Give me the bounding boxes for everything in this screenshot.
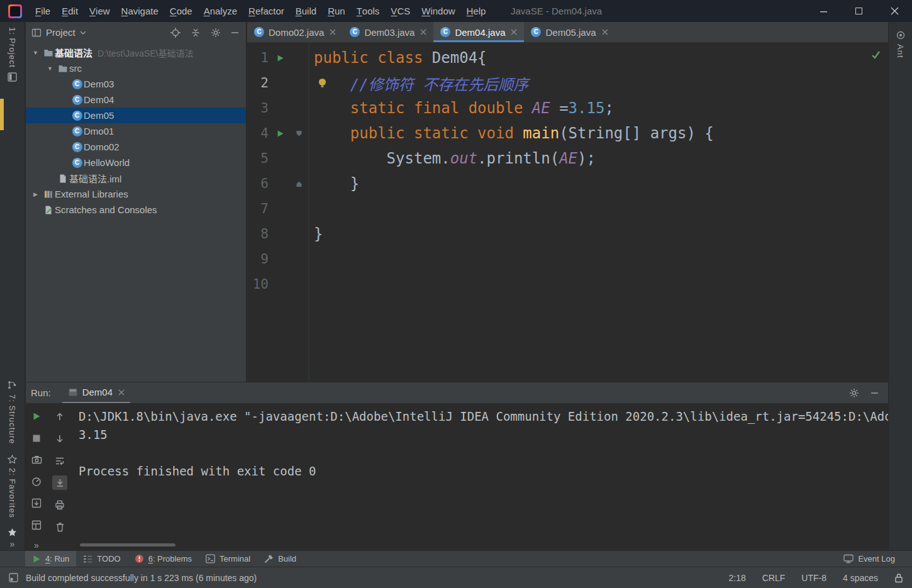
editor-line-7[interactable]: 7	[247, 196, 888, 221]
hide-button[interactable]	[870, 389, 879, 397]
stripe-button-structure[interactable]: 7: Structure	[0, 380, 25, 444]
clear-all-button[interactable]	[52, 519, 67, 534]
restore-layout-button[interactable]	[29, 496, 44, 511]
tree-item-iml[interactable]: 基础语法.iml	[26, 170, 246, 186]
dump-threads-button[interactable]	[29, 453, 44, 467]
chevron-down-icon[interactable]: ▼	[44, 65, 56, 72]
run-console-tab[interactable]: Dem04	[62, 382, 130, 403]
editor-line-8[interactable]: 8}	[247, 221, 888, 247]
indent-setting[interactable]: 4 spaces	[843, 573, 878, 583]
status-message[interactable]: Build completed successfully in 1 s 223 …	[26, 573, 257, 583]
gear-button[interactable]	[211, 28, 221, 38]
tab-dem03-java[interactable]: CDem03.java	[343, 22, 433, 42]
close-icon[interactable]	[511, 29, 517, 35]
editor-line-2[interactable]: 2 //修饰符 不存在先后顺序	[247, 70, 888, 96]
menu-run[interactable]: Run	[322, 0, 351, 22]
editor-line-9[interactable]: 9	[247, 247, 888, 272]
menu-build[interactable]: Build	[290, 0, 322, 22]
stripe-button-favorites[interactable]: 2: Favorites	[0, 455, 25, 518]
tab-domo02-java[interactable]: CDomo02.java	[247, 22, 343, 42]
close-icon[interactable]	[420, 29, 426, 35]
hide-button[interactable]	[231, 28, 240, 37]
menu-edit[interactable]: Edit	[56, 0, 84, 22]
editor-line-3[interactable]: 3 static final double AE =3.15;	[247, 96, 888, 121]
chevron-down-icon[interactable]	[80, 30, 86, 35]
collapse-all-button[interactable]	[191, 28, 201, 38]
editor[interactable]: 1public class Dem04{2 //修饰符 不存在先后顺序3 sta…	[247, 43, 888, 382]
more-actions-button[interactable]: »	[34, 540, 39, 550]
stripe-button-project[interactable]: 1: Project	[0, 27, 25, 82]
menu-tools[interactable]: Tools	[351, 0, 386, 22]
bottom-tab-6-problems[interactable]: 6: Problems	[128, 551, 199, 567]
bottom-tab-terminal[interactable]: Terminal	[199, 551, 257, 567]
tree-item-dem04[interactable]: CDem04	[26, 92, 246, 108]
intention-bulb-icon[interactable]	[318, 78, 327, 88]
tree-item-dem03[interactable]: CDem03	[26, 76, 246, 92]
editor-line-5[interactable]: 5 System.out.println(AE);	[247, 146, 888, 171]
caret-position[interactable]: 2:18	[728, 573, 745, 583]
console-output[interactable]: D:\JDK1.8\bin\java.exe "-javaagent:D:\Ad…	[72, 403, 888, 550]
inspections-ok-icon[interactable]	[871, 50, 881, 59]
menu-navigate[interactable]: Navigate	[116, 0, 164, 22]
run-line-icon[interactable]	[269, 54, 291, 62]
bottom-tab-todo[interactable]: TODO	[76, 551, 127, 567]
tab-dem04-java[interactable]: CDem04.java	[433, 22, 524, 42]
close-button[interactable]	[877, 0, 912, 22]
close-icon[interactable]	[602, 29, 608, 35]
star-icon[interactable]	[0, 528, 25, 536]
soft-wrap-button[interactable]	[52, 453, 67, 468]
menu-refactor[interactable]: Refactor	[243, 0, 290, 22]
editor-line-10[interactable]: 10	[247, 272, 888, 297]
run-line-icon[interactable]	[269, 130, 291, 138]
menu-code[interactable]: Code	[164, 0, 198, 22]
app-logo-icon[interactable]	[8, 4, 22, 18]
menu-vcs[interactable]: VCS	[385, 0, 416, 22]
fold-marker-up-icon[interactable]	[291, 180, 306, 188]
chevron-right-icon[interactable]: ▶	[30, 191, 42, 197]
prev-occurrence-button[interactable]	[52, 409, 67, 424]
menu-window[interactable]: Window	[416, 0, 460, 22]
gear-button[interactable]	[849, 388, 859, 398]
tree-item-helloworld[interactable]: CHelloWorld	[26, 155, 246, 170]
editor-line-6[interactable]: 6 }	[247, 171, 888, 196]
bottom-tab-4-run[interactable]: 4: Run	[25, 551, 76, 567]
editor-line-1[interactable]: 1public class Dem04{	[247, 45, 888, 70]
line-separator[interactable]: CRLF	[762, 573, 786, 583]
scroll-to-end-button[interactable]	[52, 475, 67, 490]
menu-file[interactable]: File	[30, 0, 56, 22]
tree-item-dem05[interactable]: CDem05	[26, 108, 246, 123]
bottom-tab-event-log[interactable]: Event Log	[837, 551, 902, 567]
tree-item-src[interactable]: ▼src	[26, 60, 246, 76]
menu-analyze[interactable]: Analyze	[198, 0, 243, 22]
file-encoding[interactable]: UTF-8	[801, 573, 826, 583]
stripe-more-button[interactable]: »	[0, 539, 25, 549]
stripe-button-ant[interactable]: Ant	[889, 31, 912, 58]
lock-icon[interactable]	[894, 573, 903, 583]
close-icon[interactable]	[330, 29, 336, 35]
tree-item-external-libraries[interactable]: ▶External Libraries	[26, 186, 246, 202]
tool-window-toggle-icon[interactable]	[9, 573, 18, 582]
close-icon[interactable]	[118, 389, 125, 396]
tree-item-dmo01[interactable]: CDmo01	[26, 123, 246, 139]
print-button[interactable]	[52, 497, 67, 512]
window-layout-button[interactable]	[29, 518, 44, 533]
tree-item-item[interactable]: ▼基础语法D:\test\JavaSE\基础语法	[26, 45, 246, 60]
rerun-button[interactable]	[29, 409, 44, 424]
stop-button[interactable]	[29, 431, 44, 446]
next-occurrence-button[interactable]	[52, 431, 67, 446]
profiler-button[interactable]	[29, 475, 44, 489]
locate-button[interactable]	[170, 28, 181, 38]
tree-item-domo02[interactable]: CDomo02	[26, 139, 246, 155]
editor-line-4[interactable]: 4 public static void main(String[] args)…	[247, 121, 888, 146]
maximize-button[interactable]	[842, 0, 877, 22]
minimize-button[interactable]	[806, 0, 842, 22]
chevron-down-icon[interactable]: ▼	[30, 50, 42, 56]
project-view-selector[interactable]: Project	[46, 27, 75, 38]
fold-marker-down-icon[interactable]	[291, 130, 306, 138]
tree-item-scratches-and-consoles[interactable]: Scratches and Consoles	[26, 202, 246, 218]
menu-view[interactable]: View	[84, 0, 116, 22]
tab-dem05-java[interactable]: CDem05.java	[524, 22, 614, 42]
console-scrollbar[interactable]	[80, 543, 175, 546]
menu-help[interactable]: Help	[461, 0, 492, 22]
bottom-tab-build[interactable]: Build	[257, 551, 303, 567]
